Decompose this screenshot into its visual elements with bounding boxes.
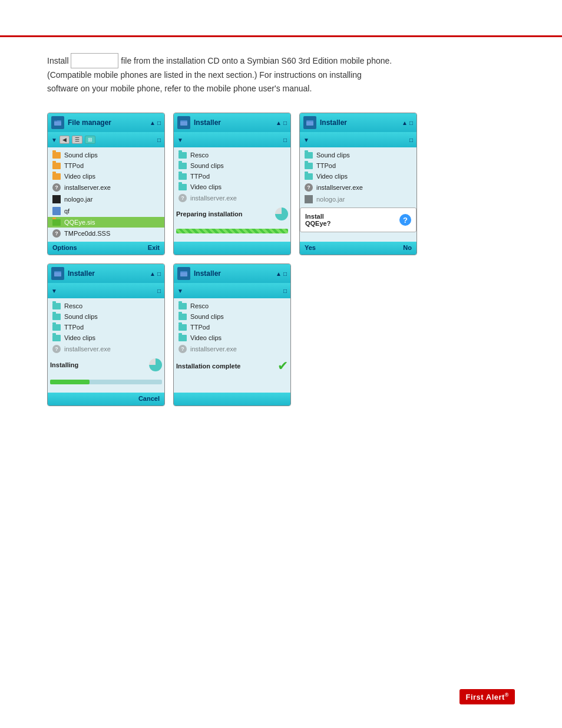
svg-rect-2: [54, 120, 57, 121]
folder-icon: [52, 163, 61, 169]
list-item: Resco: [48, 301, 164, 311]
progress-bar-green: [50, 380, 90, 384]
ins1-titlebar: Installer ▲ □: [174, 113, 290, 132]
fm-view2-btn[interactable]: ⊞: [85, 136, 95, 144]
folder-icon: [178, 163, 187, 169]
ins3-titlebar: Installer ▲ □: [48, 264, 164, 283]
ins3-app-icon: [51, 267, 64, 280]
list-item: TTPod: [48, 322, 164, 332]
ins1-bottom: [174, 242, 290, 255]
folder-icon: [52, 335, 61, 341]
ins2-list: Sound clips TTPod Video clips ? installs…: [300, 147, 416, 242]
folder-icon: [52, 314, 61, 320]
question-icon: ?: [178, 194, 187, 202]
ins4-title-icons: ▲ □: [276, 271, 287, 277]
first-alert-logo: First Alert®: [459, 689, 515, 704]
question-icon: ?: [52, 183, 61, 192]
svg-rect-10: [180, 272, 187, 276]
spinner-icon: [275, 207, 288, 220]
complete-status-row: Installation complete ✔: [174, 355, 290, 377]
fm-icon1: ▲: [150, 120, 156, 126]
screen-install-complete: Installer ▲ □ ▼ □ Resco Sound clips: [173, 263, 291, 406]
folder-icon: [178, 303, 187, 309]
item-label: Sound clips: [316, 151, 350, 159]
list-item: Video clips: [300, 171, 416, 182]
square-icon: [305, 195, 313, 203]
item-label: Sound clips: [190, 313, 224, 320]
folder-icon: [52, 173, 61, 180]
ins2-no-btn[interactable]: No: [403, 244, 412, 252]
fm-sub-toolbar: ▼ ◀ ☰ ⊞ □: [48, 132, 164, 147]
folder-icon: [52, 324, 61, 331]
folder-icon: [178, 314, 187, 320]
list-item: qf: [48, 205, 164, 217]
ins3-icon1: ▲: [150, 271, 156, 277]
svg-rect-6: [306, 121, 313, 126]
list-item: Sound clips: [48, 311, 164, 322]
list-item-faded: ? installserver.exe: [174, 192, 290, 204]
folder-icon: [178, 184, 187, 190]
question-icon: ?: [305, 183, 313, 192]
status-row: Preparing installation: [174, 204, 290, 224]
fm-exit-btn[interactable]: Exit: [148, 244, 160, 252]
list-item-selected: QQEye.sis: [48, 217, 164, 228]
fm-view1-btn[interactable]: ☰: [72, 136, 82, 144]
list-item-faded: ? installserver.exe: [48, 343, 164, 355]
list-item: ? TMPce0dd.SSS: [48, 228, 164, 239]
item-label: TTPod: [64, 324, 84, 331]
item-label: TTPod: [316, 162, 336, 169]
item-label: Video clips: [190, 183, 222, 190]
fm-back-btn[interactable]: ◀: [59, 136, 70, 144]
ins2-icon2: □: [409, 120, 413, 126]
ins4-icon2: □: [283, 271, 287, 277]
ins1-title-icons: ▲ □: [276, 120, 287, 126]
folder-icon: [305, 163, 313, 169]
ins2-title-icons: ▲ □: [402, 120, 413, 126]
fm-options-btn[interactable]: Options: [52, 244, 77, 252]
screen-install-confirm: Installer ▲ □ ▼ □ Sound clips TTPod: [299, 113, 417, 255]
folder-icon: [178, 152, 187, 159]
list-item: Sound clips: [48, 150, 164, 160]
logo-brand: First Alert: [465, 693, 504, 701]
item-label: Sound clips: [64, 151, 98, 159]
screen-file-manager: File manager ▲ □ ▼ ◀ ☰ ⊞ □ Sound clips: [47, 113, 165, 255]
folder-icon: [305, 173, 313, 180]
ins3-battery: □: [157, 288, 161, 294]
list-item: Video clips: [48, 171, 164, 182]
item-label: Video clips: [190, 334, 222, 341]
screenshots-grid: File manager ▲ □ ▼ ◀ ☰ ⊞ □ Sound clips: [47, 113, 515, 406]
ins1-battery: □: [283, 137, 287, 143]
list-item: Video clips: [174, 182, 290, 192]
screen-installing: Installer ▲ □ ▼ □ Resco Sound clips: [47, 263, 165, 406]
list-item: TTPod: [300, 160, 416, 171]
ins3-signal: ▼: [51, 288, 57, 294]
svg-rect-1: [54, 121, 61, 126]
fm-icon2: □: [157, 120, 161, 126]
ins2-yes-btn[interactable]: Yes: [305, 244, 316, 252]
ins4-battery: □: [283, 288, 287, 294]
list-item: Sound clips: [174, 160, 290, 171]
item-label: installserver.exe: [64, 184, 111, 191]
progress-bar-container: [176, 229, 288, 233]
item-label: Sound clips: [190, 162, 224, 169]
ins3-title-icons: ▲ □: [150, 271, 161, 277]
list-item: Sound clips: [174, 311, 290, 322]
ins4-icon1: ▲: [276, 271, 282, 277]
fm-file-list: Sound clips TTPod Video clips ? installs…: [48, 147, 164, 242]
ins1-icon2: □: [283, 120, 287, 126]
fm-bottom-bar: Options Exit: [48, 242, 164, 255]
item-label: Video clips: [316, 173, 348, 180]
ins4-bottom: [174, 393, 290, 406]
intro-text-before: Install: [47, 56, 69, 65]
list-item: Video clips: [174, 332, 290, 343]
ins3-cancel-btn[interactable]: Cancel: [138, 395, 160, 403]
logo-registered: ®: [505, 692, 509, 698]
ins2-titlebar: Installer ▲ □: [300, 113, 416, 132]
list-item: ? installserver.exe: [48, 182, 164, 193]
svg-rect-4: [180, 121, 187, 126]
ins1-app-icon: [177, 116, 190, 129]
list-item: TTPod: [48, 160, 164, 171]
screen-installer-preparing: Installer ▲ □ ▼ □ Resco Sound clips: [173, 113, 291, 255]
fm-titlebar: File manager ▲ □: [48, 113, 164, 132]
ins1-list: Resco Sound clips TTPod Video clips ? in…: [174, 147, 290, 242]
